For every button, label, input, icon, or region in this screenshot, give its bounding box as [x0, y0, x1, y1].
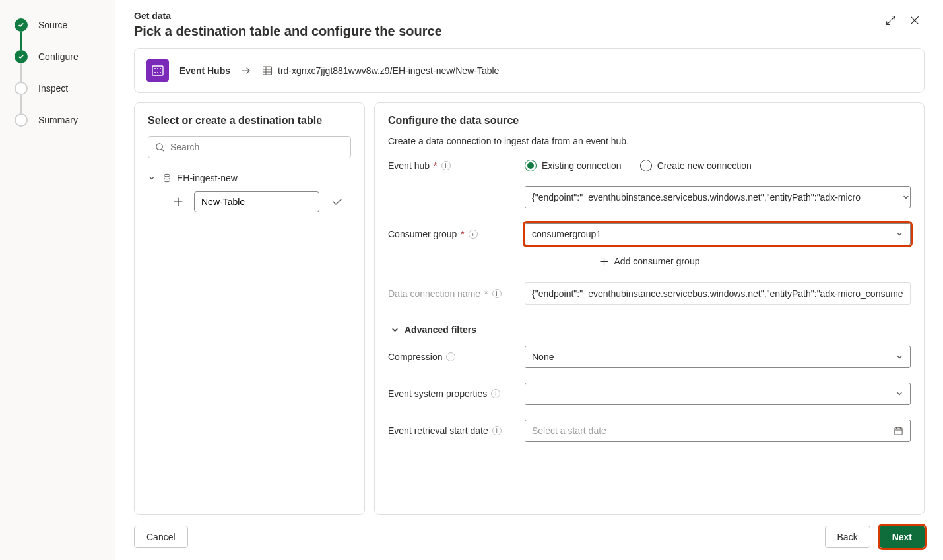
- compression-label: Compression i: [388, 352, 517, 362]
- search-icon: [155, 142, 165, 152]
- event-system-props-label: Event system properties i: [388, 389, 517, 399]
- step-configure[interactable]: Configure: [15, 50, 115, 63]
- event-retrieval-date-input[interactable]: Select a start date: [525, 420, 911, 442]
- table-search[interactable]: [148, 136, 351, 158]
- compression-dropdown[interactable]: None: [525, 346, 911, 368]
- arrow-right-icon: [241, 65, 251, 76]
- wizard-sidebar: Source Configure Inspect Summary: [0, 0, 115, 560]
- svg-point-4: [154, 72, 156, 73]
- table-icon: [262, 65, 273, 76]
- configure-source-pane: Configure the data source Create a data …: [374, 102, 925, 515]
- right-pane-subtitle: Create a data connection to ingest data …: [388, 136, 911, 146]
- add-table-button[interactable]: [173, 197, 187, 207]
- wizard-footer: Cancel Back Next: [134, 515, 925, 548]
- confirm-table-button[interactable]: [331, 196, 343, 208]
- svg-point-8: [156, 143, 162, 149]
- svg-point-6: [160, 72, 161, 73]
- event-hub-label: Event hub* i: [388, 160, 517, 171]
- svg-rect-10: [895, 427, 902, 434]
- right-pane-title: Configure the data source: [388, 115, 911, 127]
- breadcrumb: Event Hubs trd-xgnxc7jjgt881wwv8w.z9/EH-…: [134, 48, 925, 93]
- step-label: Inspect: [38, 83, 68, 94]
- radio-unselected-icon: [640, 160, 652, 171]
- event-system-props-dropdown[interactable]: [525, 383, 911, 405]
- step-label: Source: [38, 20, 67, 30]
- add-consumer-group-button[interactable]: Add consumer group: [388, 256, 911, 266]
- database-icon: [162, 173, 172, 183]
- svg-point-3: [160, 68, 161, 69]
- info-icon[interactable]: i: [492, 426, 502, 435]
- tree-db-name: EH-ingest-new: [177, 173, 238, 183]
- event-retrieval-date-label: Event retrieval start date i: [388, 425, 517, 436]
- close-icon[interactable]: [909, 15, 921, 26]
- consumer-group-label: Consumer group* i: [388, 229, 517, 239]
- breadcrumb-path: trd-xgnxc7jjgt881wwv8w.z9/EH-ingest-new/…: [278, 65, 499, 76]
- svg-rect-7: [263, 67, 272, 75]
- step-label: Configure: [38, 51, 79, 62]
- step-dot-pending: [15, 82, 28, 95]
- info-icon[interactable]: i: [446, 352, 455, 361]
- back-button[interactable]: Back: [825, 526, 870, 548]
- svg-rect-0: [152, 66, 163, 75]
- connection-name-label: Data connection name* i: [388, 288, 517, 299]
- info-icon[interactable]: i: [469, 230, 478, 239]
- next-button[interactable]: Next: [880, 526, 925, 548]
- left-pane-title: Select or create a destination table: [148, 115, 351, 127]
- step-inspect[interactable]: Inspect: [15, 82, 115, 95]
- advanced-filters-toggle[interactable]: Advanced filters: [388, 319, 911, 346]
- svg-point-1: [154, 68, 156, 69]
- step-dot-pending: [15, 113, 28, 127]
- chevron-down-icon: [895, 353, 903, 361]
- radio-existing-connection[interactable]: Existing connection: [525, 160, 622, 171]
- chevron-down-icon: [391, 326, 399, 334]
- step-source[interactable]: Source: [15, 18, 115, 32]
- info-icon[interactable]: i: [492, 289, 502, 298]
- connection-name-input[interactable]: {"endpoint":" eventhubinstance.servicebu…: [525, 282, 911, 305]
- radio-create-connection[interactable]: Create new connection: [640, 160, 752, 171]
- eventhubs-icon: [146, 59, 169, 82]
- page-title: Pick a destination table and configure t…: [134, 24, 925, 39]
- step-dot-done: [15, 18, 28, 32]
- step-summary[interactable]: Summary: [15, 113, 115, 127]
- main-panel: Get data Pick a destination table and co…: [115, 0, 943, 560]
- step-label: Summary: [38, 115, 78, 125]
- svg-point-5: [157, 72, 158, 73]
- table-search-input[interactable]: [170, 142, 344, 152]
- step-dot-current: [15, 50, 28, 63]
- new-table-name-input[interactable]: [194, 191, 319, 212]
- calendar-icon: [894, 426, 903, 436]
- consumer-group-dropdown[interactable]: consumergroup1: [525, 223, 911, 245]
- page-supertitle: Get data: [134, 11, 925, 21]
- destination-table-pane: Select or create a destination table EH-…: [134, 102, 365, 515]
- svg-point-9: [164, 174, 170, 177]
- expand-icon[interactable]: [885, 15, 897, 26]
- chevron-down-icon: [148, 174, 157, 182]
- chevron-down-icon: [902, 193, 910, 201]
- info-icon[interactable]: i: [491, 389, 500, 398]
- tree-db-row[interactable]: EH-ingest-new: [148, 170, 351, 186]
- info-icon[interactable]: i: [441, 161, 451, 170]
- breadcrumb-source: Event Hubs: [179, 65, 230, 76]
- svg-point-2: [157, 68, 158, 69]
- event-hub-connection-dropdown[interactable]: {"endpoint":" eventhubinstance.servicebu…: [525, 186, 911, 208]
- chevron-down-icon: [895, 390, 903, 398]
- chevron-down-icon: [895, 230, 903, 238]
- radio-selected-icon: [525, 160, 537, 171]
- cancel-button[interactable]: Cancel: [134, 526, 188, 548]
